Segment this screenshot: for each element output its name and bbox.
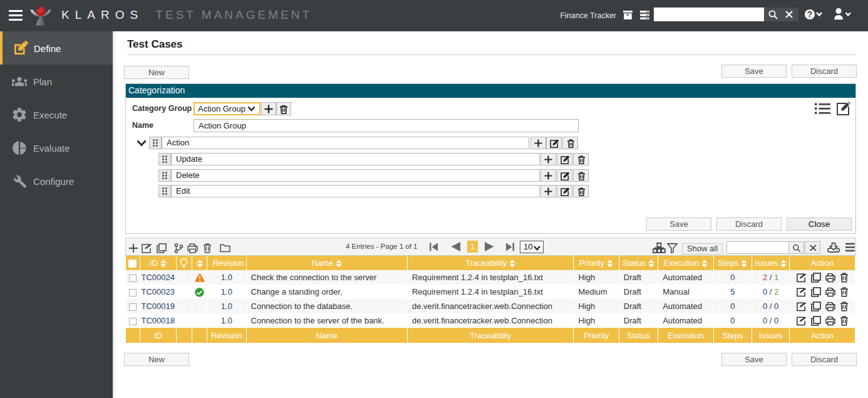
- svg-text:?: ?: [807, 9, 813, 19]
